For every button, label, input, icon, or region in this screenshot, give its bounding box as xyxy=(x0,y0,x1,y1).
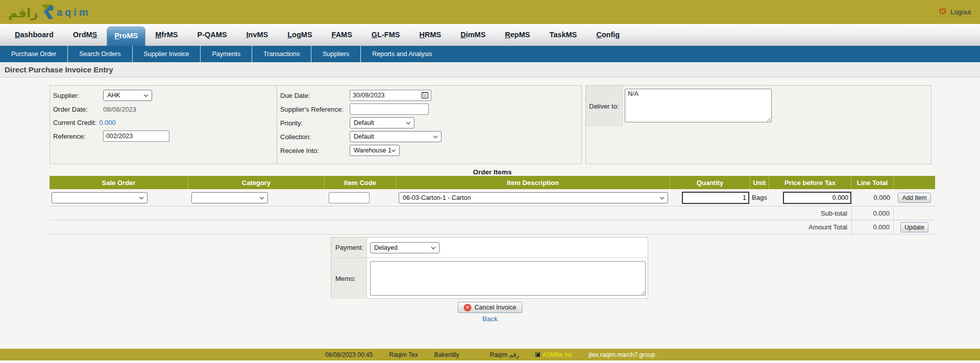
item-description-select[interactable]: 06-03-Carton-1 - Carton xyxy=(399,192,668,203)
receive-into-label: Receive Into: xyxy=(280,147,350,154)
nav-item-mfrms[interactable]: MfrMS xyxy=(145,24,187,45)
memo-textarea[interactable] xyxy=(370,261,646,296)
nav-item-logms[interactable]: LogMS xyxy=(278,24,322,45)
add-item-button[interactable]: Add Item xyxy=(898,193,930,203)
payment-row: Payment: Delayed xyxy=(331,238,648,258)
content-area: Supplier: AHK Order Date: 08/08/2023 Cur… xyxy=(0,77,980,349)
quantity-input[interactable] xyxy=(682,192,749,204)
amount-total-value: 0.000 xyxy=(851,220,894,235)
vendor-icon xyxy=(535,352,540,357)
payment-select[interactable]: Delayed xyxy=(370,242,439,253)
payment-label: Payment: xyxy=(335,244,363,251)
nav-item-ordms[interactable]: OrdMS xyxy=(63,24,107,45)
chevron-down-icon xyxy=(260,195,264,199)
order-date-label: Order Date: xyxy=(53,106,103,113)
collection-label: Collection: xyxy=(280,133,350,141)
subnav-item-purchase-order[interactable]: Purchase Order xyxy=(0,46,67,62)
calendar-icon[interactable] xyxy=(421,91,429,100)
memo-row: Memo: xyxy=(331,258,648,299)
raqim-logo: راقم aqim xyxy=(8,4,91,21)
item-row-cell-unit: Bags xyxy=(750,189,769,206)
chevron-down-icon xyxy=(660,195,664,199)
reference-input[interactable] xyxy=(103,131,169,142)
footer-bar: 08/08/2023 00:45 Raqim Tex Bakertilly Ra… xyxy=(0,349,980,360)
col-header-sale-order: Sale Order xyxy=(50,176,188,189)
category-select[interactable] xyxy=(191,192,268,203)
col-header-unit: Unit xyxy=(750,176,769,189)
payment-memo-box: Payment: Delayed Memo: xyxy=(331,237,648,299)
nav-item-taskms[interactable]: TaskMS xyxy=(540,24,586,45)
nav-item-pqams[interactable]: P-QAMS xyxy=(188,24,237,45)
deliver-to-textarea[interactable]: N/A xyxy=(625,89,772,122)
subnav-item-transactions[interactable]: Transactions xyxy=(252,46,311,62)
nav-item-glfms[interactable]: GL-FMS xyxy=(362,24,410,45)
item-row-cell-quantity xyxy=(670,189,750,206)
sale-order-select[interactable] xyxy=(52,192,148,203)
direct-purchase-invoice-page: راقم aqim Logout Dashboard OrdMS ProMS xyxy=(0,0,980,363)
subnav-item-suppliers[interactable]: Suppliers xyxy=(311,46,360,62)
item-row-cell-price xyxy=(769,189,851,206)
subnav-item-payments[interactable]: Payments xyxy=(200,46,252,62)
line-total-value: 0.000 xyxy=(873,194,890,201)
item-row-cell-category xyxy=(188,189,325,206)
subtotal-action-cell xyxy=(894,206,935,220)
reference-label: Reference: xyxy=(53,133,103,140)
chevron-down-icon xyxy=(406,120,410,124)
nav-item-dashboard[interactable]: Dashboard xyxy=(5,24,63,45)
nav-item-dimms[interactable]: DimMS xyxy=(451,24,495,45)
logo-arabic-text: راقم xyxy=(8,5,38,20)
back-link[interactable]: Back xyxy=(482,315,498,323)
due-date-input[interactable] xyxy=(350,90,431,101)
nav-item-proms[interactable]: ProMS xyxy=(107,27,145,46)
item-code-input[interactable] xyxy=(329,192,370,203)
supplier-label: Supplier: xyxy=(53,92,103,99)
footer-brand: Raqim رقم xyxy=(489,351,519,358)
col-header-price-before-tax: Price before Tax xyxy=(769,176,851,189)
col-header-actions xyxy=(894,176,935,189)
amount-total-label: Amount Total xyxy=(50,220,851,235)
cancel-invoice-button[interactable]: ✕ Cancel Invoice xyxy=(458,302,523,313)
col-header-line-total: Line Total xyxy=(851,176,894,189)
due-date-label: Due Date: xyxy=(280,92,350,99)
logout-button[interactable]: Logout xyxy=(939,7,971,17)
nav-item-hrms[interactable]: HRMS xyxy=(409,24,451,45)
nav-item-invms[interactable]: InvMS xyxy=(237,24,278,45)
item-row-cell-action: Add Item xyxy=(894,189,935,206)
suppliers-reference-input[interactable] xyxy=(350,103,429,115)
col-header-category: Category xyxy=(188,176,325,189)
suppliers-reference-label: Supplier's Reference: xyxy=(280,106,350,113)
price-before-tax-input[interactable] xyxy=(783,192,851,204)
logo-latin-text: aqim xyxy=(57,7,91,18)
nav-item-config[interactable]: Config xyxy=(586,24,629,45)
title-bar: Direct Purchase Invoice Entry xyxy=(0,62,980,77)
footer-timestamp: 08/08/2023 00:45 xyxy=(325,351,373,358)
subnav-item-search-orders[interactable]: Search Orders xyxy=(67,46,132,62)
nav-item-fams[interactable]: FAMS xyxy=(322,24,362,45)
cancel-icon: ✕ xyxy=(464,304,472,312)
supplier-select[interactable]: AHK xyxy=(103,90,152,101)
collection-select[interactable]: Default xyxy=(350,131,442,142)
invoice-header-box: Supplier: AHK Order Date: 08/08/2023 Cur… xyxy=(50,85,582,164)
subtotal-value: 0.000 xyxy=(851,206,894,220)
current-credit-label: Current Credit: xyxy=(53,119,96,126)
chevron-down-icon xyxy=(144,93,148,97)
subnav-item-supplier-invoice[interactable]: Supplier Invoice xyxy=(132,46,201,62)
order-date-value: 08/08/2023 xyxy=(103,106,136,113)
page-title: Direct Purchase Invoice Entry xyxy=(0,62,980,77)
chevron-down-icon xyxy=(433,134,437,138)
footer-vendor: ASMIte Inc xyxy=(535,351,573,358)
memo-label-cell: Memo: xyxy=(331,258,367,299)
receive-into-select[interactable]: Warehouse 1 xyxy=(350,145,400,156)
deliver-to-label: Deliver to: xyxy=(589,102,619,110)
order-items-table: Sale Order Category Item Code Item Descr… xyxy=(50,176,935,235)
col-header-item-code: Item Code xyxy=(325,176,396,189)
update-button[interactable]: Update xyxy=(900,222,928,232)
current-credit-value: 0.000 xyxy=(99,119,116,126)
deliver-to-label-cell: Deliver to: xyxy=(586,86,623,126)
priority-select[interactable]: Default xyxy=(350,117,414,128)
subnav-item-reports-analysis[interactable]: Reports and Analysis xyxy=(360,46,443,62)
subtotal-label: Sub-total xyxy=(50,206,851,220)
footer-domain: jtex.raqim.march7.group xyxy=(589,351,655,358)
nav-item-repms[interactable]: RepMS xyxy=(495,24,540,45)
col-header-item-description: Item Description xyxy=(396,176,670,189)
